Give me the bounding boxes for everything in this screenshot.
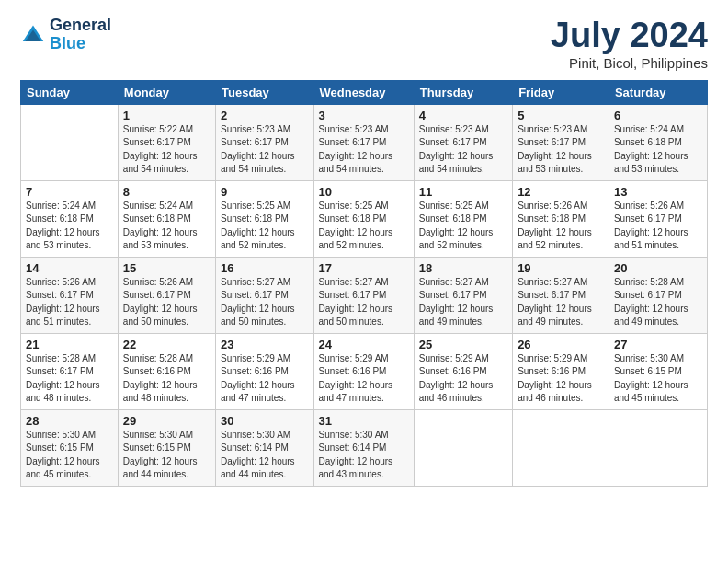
calendar-cell: 1Sunrise: 5:22 AMSunset: 6:17 PMDaylight… <box>118 104 215 180</box>
logo: General Blue <box>20 17 111 53</box>
calendar-header: SundayMondayTuesdayWednesdayThursdayFrid… <box>21 80 708 104</box>
day-number: 26 <box>518 338 604 351</box>
calendar-cell: 18Sunrise: 5:27 AMSunset: 6:17 PMDayligh… <box>414 257 512 333</box>
logo-text: General Blue <box>50 17 111 53</box>
day-number: 31 <box>319 414 409 428</box>
day-number: 30 <box>221 414 309 428</box>
logo-general: General <box>50 16 111 34</box>
day-number: 5 <box>518 109 604 122</box>
calendar-cell: 19Sunrise: 5:27 AMSunset: 6:17 PMDayligh… <box>513 257 609 333</box>
day-info: Sunrise: 5:30 AMSunset: 6:14 PMDaylight:… <box>319 429 409 482</box>
day-number: 24 <box>319 338 409 351</box>
day-number: 9 <box>221 185 309 199</box>
day-info: Sunrise: 5:25 AMSunset: 6:18 PMDaylight:… <box>221 200 309 253</box>
calendar-cell: 22Sunrise: 5:28 AMSunset: 6:16 PMDayligh… <box>118 333 215 409</box>
calendar-week-2: 7Sunrise: 5:24 AMSunset: 6:18 PMDaylight… <box>21 180 708 257</box>
day-info: Sunrise: 5:26 AMSunset: 6:17 PMDaylight:… <box>26 276 113 329</box>
day-info: Sunrise: 5:25 AMSunset: 6:18 PMDaylight:… <box>419 200 507 253</box>
title-location: Pinit, Bicol, Philippines <box>551 55 708 71</box>
day-info: Sunrise: 5:30 AMSunset: 6:15 PMDaylight:… <box>26 429 113 482</box>
title-block: July 2024 Pinit, Bicol, Philippines <box>551 17 708 71</box>
calendar-cell: 8Sunrise: 5:24 AMSunset: 6:18 PMDaylight… <box>118 180 215 257</box>
calendar-cell: 6Sunrise: 5:24 AMSunset: 6:18 PMDaylight… <box>609 104 707 180</box>
calendar-cell: 17Sunrise: 5:27 AMSunset: 6:17 PMDayligh… <box>313 257 414 333</box>
day-number: 1 <box>123 109 210 122</box>
day-number: 20 <box>614 261 702 275</box>
day-number: 10 <box>319 185 409 199</box>
day-info: Sunrise: 5:30 AMSunset: 6:15 PMDaylight:… <box>614 352 702 406</box>
calendar-cell: 14Sunrise: 5:26 AMSunset: 6:17 PMDayligh… <box>21 257 119 333</box>
day-info: Sunrise: 5:29 AMSunset: 6:16 PMDaylight:… <box>419 352 507 406</box>
day-number: 27 <box>614 338 702 351</box>
calendar-cell: 13Sunrise: 5:26 AMSunset: 6:17 PMDayligh… <box>609 180 707 257</box>
calendar-body: 1Sunrise: 5:22 AMSunset: 6:17 PMDaylight… <box>21 104 708 486</box>
day-info: Sunrise: 5:26 AMSunset: 6:17 PMDaylight:… <box>123 276 210 329</box>
day-number: 16 <box>221 261 309 275</box>
weekday-header-tuesday: Tuesday <box>216 80 314 104</box>
calendar-cell <box>609 409 707 486</box>
day-info: Sunrise: 5:30 AMSunset: 6:15 PMDaylight:… <box>123 429 210 482</box>
title-month: July 2024 <box>551 17 708 55</box>
calendar-cell: 28Sunrise: 5:30 AMSunset: 6:15 PMDayligh… <box>21 409 119 486</box>
calendar-cell: 9Sunrise: 5:25 AMSunset: 6:18 PMDaylight… <box>216 180 314 257</box>
day-number: 29 <box>123 414 210 428</box>
page: General Blue July 2024 Pinit, Bicol, Phi… <box>0 0 728 563</box>
day-info: Sunrise: 5:28 AMSunset: 6:17 PMDaylight:… <box>614 276 702 329</box>
day-info: Sunrise: 5:23 AMSunset: 6:17 PMDaylight:… <box>419 123 507 177</box>
calendar-week-4: 21Sunrise: 5:28 AMSunset: 6:17 PMDayligh… <box>21 333 708 409</box>
day-info: Sunrise: 5:24 AMSunset: 6:18 PMDaylight:… <box>614 123 702 177</box>
calendar-cell: 2Sunrise: 5:23 AMSunset: 6:17 PMDaylight… <box>216 104 314 180</box>
day-info: Sunrise: 5:30 AMSunset: 6:14 PMDaylight:… <box>221 429 309 482</box>
weekday-header-wednesday: Wednesday <box>313 80 414 104</box>
day-info: Sunrise: 5:27 AMSunset: 6:17 PMDaylight:… <box>518 276 604 329</box>
calendar-cell: 24Sunrise: 5:29 AMSunset: 6:16 PMDayligh… <box>313 333 414 409</box>
day-info: Sunrise: 5:23 AMSunset: 6:17 PMDaylight:… <box>221 123 309 177</box>
weekday-header-row: SundayMondayTuesdayWednesdayThursdayFrid… <box>21 80 708 104</box>
calendar-week-3: 14Sunrise: 5:26 AMSunset: 6:17 PMDayligh… <box>21 257 708 333</box>
day-number: 13 <box>614 185 702 199</box>
weekday-header-monday: Monday <box>118 80 215 104</box>
calendar-cell: 5Sunrise: 5:23 AMSunset: 6:17 PMDaylight… <box>513 104 609 180</box>
logo-icon <box>20 22 46 48</box>
logo-blue: Blue <box>50 34 85 52</box>
day-number: 14 <box>26 261 113 275</box>
weekday-header-thursday: Thursday <box>414 80 512 104</box>
calendar-cell: 4Sunrise: 5:23 AMSunset: 6:17 PMDaylight… <box>414 104 512 180</box>
calendar-week-1: 1Sunrise: 5:22 AMSunset: 6:17 PMDaylight… <box>21 104 708 180</box>
day-info: Sunrise: 5:22 AMSunset: 6:17 PMDaylight:… <box>123 123 210 177</box>
day-number: 28 <box>26 414 113 428</box>
day-number: 15 <box>123 261 210 275</box>
calendar-cell <box>414 409 512 486</box>
calendar-cell: 20Sunrise: 5:28 AMSunset: 6:17 PMDayligh… <box>609 257 707 333</box>
day-number: 18 <box>419 261 507 275</box>
day-number: 6 <box>614 109 702 122</box>
calendar-cell: 16Sunrise: 5:27 AMSunset: 6:17 PMDayligh… <box>216 257 314 333</box>
day-number: 21 <box>26 338 113 351</box>
day-number: 11 <box>419 185 507 199</box>
day-info: Sunrise: 5:27 AMSunset: 6:17 PMDaylight:… <box>419 276 507 329</box>
calendar-cell: 30Sunrise: 5:30 AMSunset: 6:14 PMDayligh… <box>216 409 314 486</box>
day-info: Sunrise: 5:28 AMSunset: 6:16 PMDaylight:… <box>123 352 210 406</box>
calendar-cell: 11Sunrise: 5:25 AMSunset: 6:18 PMDayligh… <box>414 180 512 257</box>
header: General Blue July 2024 Pinit, Bicol, Phi… <box>20 17 708 71</box>
day-number: 2 <box>221 109 309 122</box>
calendar-cell <box>21 104 119 180</box>
calendar-cell: 26Sunrise: 5:29 AMSunset: 6:16 PMDayligh… <box>513 333 609 409</box>
calendar-week-5: 28Sunrise: 5:30 AMSunset: 6:15 PMDayligh… <box>21 409 708 486</box>
calendar-cell: 3Sunrise: 5:23 AMSunset: 6:17 PMDaylight… <box>313 104 414 180</box>
day-number: 25 <box>419 338 507 351</box>
day-number: 17 <box>319 261 409 275</box>
calendar: SundayMondayTuesdayWednesdayThursdayFrid… <box>20 80 708 487</box>
weekday-header-friday: Friday <box>513 80 609 104</box>
day-info: Sunrise: 5:26 AMSunset: 6:17 PMDaylight:… <box>614 200 702 253</box>
calendar-cell: 27Sunrise: 5:30 AMSunset: 6:15 PMDayligh… <box>609 333 707 409</box>
day-info: Sunrise: 5:26 AMSunset: 6:18 PMDaylight:… <box>518 200 604 253</box>
day-info: Sunrise: 5:29 AMSunset: 6:16 PMDaylight:… <box>319 352 409 406</box>
day-number: 7 <box>26 185 113 199</box>
calendar-cell: 31Sunrise: 5:30 AMSunset: 6:14 PMDayligh… <box>313 409 414 486</box>
day-number: 4 <box>419 109 507 122</box>
calendar-cell: 7Sunrise: 5:24 AMSunset: 6:18 PMDaylight… <box>21 180 119 257</box>
weekday-header-saturday: Saturday <box>609 80 707 104</box>
calendar-cell: 12Sunrise: 5:26 AMSunset: 6:18 PMDayligh… <box>513 180 609 257</box>
calendar-cell: 15Sunrise: 5:26 AMSunset: 6:17 PMDayligh… <box>118 257 215 333</box>
